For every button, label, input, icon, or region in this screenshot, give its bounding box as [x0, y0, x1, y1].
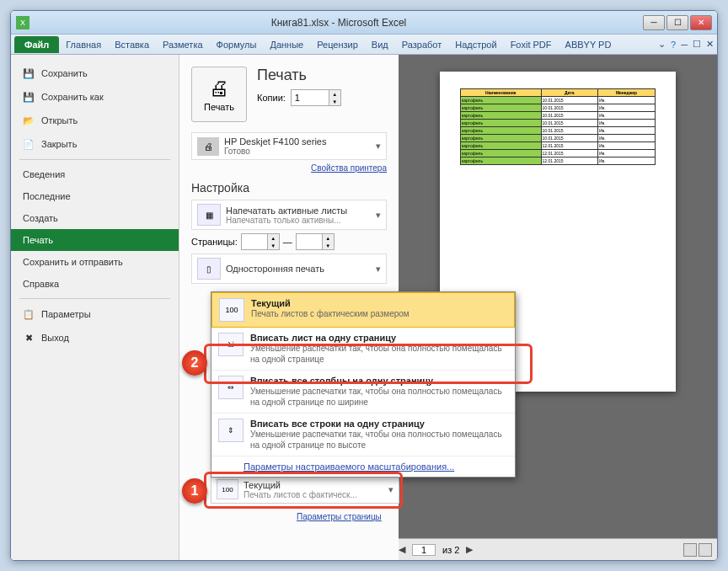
scaling-option-current[interactable]: 100 Текущий Печать листов с фактическим …	[211, 292, 515, 328]
help-icon[interactable]: ?	[671, 40, 676, 50]
options-icon: 📋	[23, 308, 35, 320]
close-button[interactable]: ✕	[690, 15, 712, 30]
printer-device-icon: 🖨	[197, 137, 219, 156]
annotation-badge-1: 1	[182, 478, 207, 504]
ribbon: Файл Главная Вставка Разметка Формулы Да…	[11, 35, 717, 55]
tab-view[interactable]: Вид	[365, 37, 395, 52]
chevron-down-icon: ▾	[388, 484, 393, 495]
copies-label: Копии:	[257, 93, 286, 103]
copies-up[interactable]: ▲	[329, 90, 340, 98]
printer-selector[interactable]: 🖨 HP Deskjet F4100 series Готово ▾	[191, 132, 387, 160]
fit-page-icon: ⇲	[218, 333, 244, 356]
doc-restore-icon[interactable]: ☐	[693, 39, 701, 50]
ribbon-minimize-icon[interactable]: ⌄	[658, 39, 666, 50]
scaling-option-fit-rows[interactable]: ⇕ Вписать все строки на одну страницу Ум…	[211, 414, 515, 456]
pages-from-spinner[interactable]: ▲▼	[241, 233, 280, 250]
next-page-button[interactable]: ▶	[466, 544, 473, 555]
fit-width-icon: ⇔	[218, 376, 244, 399]
save-as-icon: 💾	[23, 91, 35, 103]
doc-min-icon[interactable]: ─	[681, 40, 688, 50]
scaling-option-fit-sheet[interactable]: ⇲ Вписать лист на одну страницу Уменьшен…	[211, 328, 515, 371]
exit-icon: ✖	[23, 332, 35, 344]
copies-down[interactable]: ▼	[329, 98, 340, 105]
tab-home[interactable]: Главная	[59, 37, 108, 52]
print-what-selector[interactable]: ▦ Напечатать активные листы Напечатать т…	[191, 200, 387, 230]
sidebar-save-send[interactable]: Сохранить и отправить	[11, 251, 179, 273]
custom-scaling-link[interactable]: Параметры настраиваемого масштабирования…	[211, 456, 515, 477]
annotation-badge-2: 2	[182, 350, 207, 376]
pages-to-spinner[interactable]: ▲▼	[296, 233, 335, 250]
maximize-button[interactable]: ☐	[666, 15, 688, 30]
printer-properties-link[interactable]: Свойства принтера	[191, 163, 387, 173]
backstage-sidebar: 💾Сохранить 💾Сохранить как 📂Открыть 📄Закр…	[11, 55, 179, 560]
chevron-down-icon: ▾	[376, 264, 381, 275]
tab-layout[interactable]: Разметка	[156, 37, 210, 52]
pages-label: Страницы:	[191, 237, 238, 247]
settings-heading: Настройка	[191, 181, 387, 195]
sidebar-open[interactable]: 📂Открыть	[11, 109, 179, 132]
scaling-option-fit-columns[interactable]: ⇔ Вписать все столбцы на одну страницу У…	[211, 371, 515, 414]
sides-selector[interactable]: ▯ Односторонняя печать ▾	[191, 253, 387, 284]
sidebar-print[interactable]: Печать	[11, 229, 179, 251]
doc-close-icon[interactable]: ✕	[706, 39, 714, 50]
sidebar-info[interactable]: Сведения	[11, 163, 179, 185]
app-icon: X	[16, 16, 29, 29]
scaling-selector[interactable]: 100 Текущий Печать листов с фактическ...…	[211, 475, 399, 504]
close-doc-icon: 📄	[23, 138, 35, 150]
preview-footer: ◀ из 2 ▶	[399, 538, 717, 560]
tab-file[interactable]: Файл	[14, 36, 59, 53]
page-side-icon: ▯	[197, 258, 221, 280]
tab-insert[interactable]: Вставка	[108, 37, 156, 52]
sidebar-options[interactable]: 📋Параметры	[11, 302, 179, 326]
chevron-down-icon: ▾	[376, 141, 381, 152]
save-icon: 💾	[23, 67, 35, 79]
margins-toggle[interactable]	[683, 543, 697, 557]
sidebar-new[interactable]: Создать	[11, 207, 179, 229]
printer-icon: 🖨	[209, 77, 229, 100]
copies-spinner[interactable]: ▲▼	[291, 89, 341, 106]
page-count-label: из 2	[442, 545, 459, 555]
scaling-dropdown: 100 Текущий Печать листов с фактическим …	[211, 291, 516, 478]
zoom-toggle[interactable]	[699, 543, 712, 557]
minimize-button[interactable]: ─	[643, 15, 665, 30]
scale-100-icon: 100	[217, 479, 238, 499]
sidebar-save-as[interactable]: 💾Сохранить как	[11, 85, 179, 109]
copies-input[interactable]	[292, 91, 329, 104]
print-heading: Печать	[257, 67, 387, 84]
tab-addins[interactable]: Надстрой	[448, 37, 503, 52]
sidebar-recent[interactable]: Последние	[11, 185, 179, 207]
page-setup-link[interactable]: Параметры страницы	[297, 512, 382, 521]
tab-review[interactable]: Рецензир	[310, 37, 365, 52]
print-button[interactable]: 🖨 Печать	[191, 67, 247, 122]
tab-abbyy[interactable]: ABBYY PD	[559, 37, 618, 52]
tab-developer[interactable]: Разработ	[395, 37, 448, 52]
chevron-down-icon: ▾	[376, 210, 381, 221]
open-icon: 📂	[23, 115, 35, 126]
titlebar: X Книга81.xlsx - Microsoft Excel ─ ☐ ✕	[11, 11, 717, 35]
sidebar-save[interactable]: 💾Сохранить	[11, 61, 179, 85]
tab-data[interactable]: Данные	[263, 37, 310, 52]
sidebar-help[interactable]: Справка	[11, 273, 179, 295]
sidebar-exit[interactable]: ✖Выход	[11, 326, 179, 350]
window-title: Книга81.xlsx - Microsoft Excel	[35, 17, 643, 29]
scale-100-icon: 100	[219, 298, 244, 322]
prev-page-button[interactable]: ◀	[399, 544, 405, 555]
sheets-icon: ▦	[197, 204, 221, 226]
tab-formulas[interactable]: Формулы	[210, 37, 264, 52]
page-number-input[interactable]	[412, 544, 436, 556]
tab-foxit[interactable]: Foxit PDF	[504, 37, 559, 52]
sidebar-close[interactable]: 📄Закрыть	[11, 132, 179, 156]
fit-height-icon: ⇕	[218, 419, 244, 442]
